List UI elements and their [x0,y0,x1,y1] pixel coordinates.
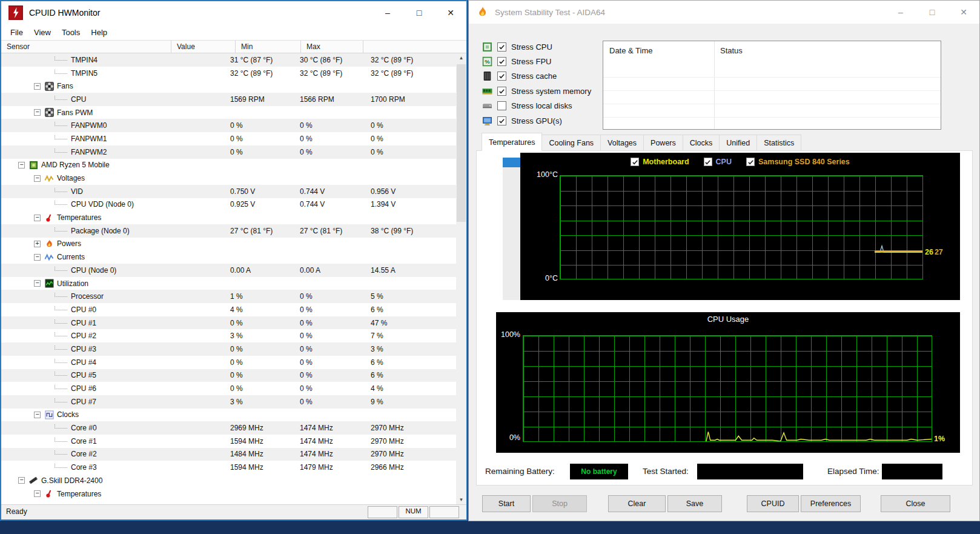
expand-toggle[interactable]: − [18,477,25,484]
menu-file[interactable]: File [5,25,28,39]
expand-toggle[interactable]: − [34,175,41,182]
tree-leaf-row[interactable]: CPU #73 %0 %9 % [1,395,456,409]
checkbox-unchecked[interactable] [497,101,506,110]
tree-leaf-row[interactable]: FANPWM00 %0 %0 % [1,119,456,132]
column-header-max[interactable]: Max [301,41,363,53]
close-icon[interactable]: ✕ [948,7,979,17]
group-label: Utilization [57,279,88,288]
tree-leaf-row[interactable]: Processor1 %0 %5 % [1,290,456,303]
tree-connector [55,358,67,363]
tree-group-row[interactable]: −AMD Ryzen 5 Mobile [1,159,456,172]
tab-cooling-fans[interactable]: Cooling Fans [542,135,601,151]
tree-connector [55,319,67,324]
cpuid-button[interactable]: CPUID [747,495,799,512]
close-button[interactable]: Close [881,495,950,512]
chart-scrollbar[interactable] [503,158,520,300]
column-header-min[interactable]: Min [236,41,301,53]
clear-button[interactable]: Clear [608,495,666,512]
tree-group-row[interactable]: +Powers [1,238,456,251]
tree-leaf-row[interactable]: Core #21484 MHz1474 MHz2970 MHz [1,448,456,461]
expand-toggle[interactable]: − [34,254,41,261]
checkbox-checked[interactable] [497,72,506,81]
legend-item-samsung-ssd-840-series: Samsung SSD 840 Series [746,158,850,166]
hwmonitor-titlebar[interactable]: CPUID HWMonitor – □ ✕ [1,1,466,24]
tab-clocks[interactable]: Clocks [683,135,720,151]
save-button[interactable]: Save [667,495,722,512]
chart-scrollbar-thumb[interactable] [503,158,520,167]
tree-leaf-row[interactable]: TMPIN532 °C (89 °F)32 °C (89 °F)32 °C (8… [1,67,456,80]
tree-leaf-row[interactable]: FANPWM20 %0 %0 % [1,145,456,159]
tree-leaf-row[interactable]: CPU #10 %0 %47 % [1,316,456,330]
minimize-icon[interactable]: – [372,8,403,18]
maximize-icon[interactable]: □ [916,7,948,17]
tree-leaf-row[interactable]: CPU #60 %0 %4 % [1,382,456,395]
tree-group-row[interactable]: −Clocks [1,409,456,422]
scroll-up-icon[interactable]: ▲ [456,53,466,63]
menu-view[interactable]: View [28,25,56,39]
expand-toggle[interactable]: − [34,280,41,287]
tree-leaf-row[interactable]: FANPWM10 %0 %0 % [1,132,456,145]
expand-toggle[interactable]: − [34,490,41,497]
sensor-label: CPU [71,95,86,104]
start-button[interactable]: Start [482,495,531,512]
tree-leaf-row[interactable]: CPU #50 %0 %6 % [1,369,456,382]
checkbox-checked[interactable] [497,116,506,125]
tree-group-row[interactable]: −Fans [1,79,456,93]
tab-temperatures[interactable]: Temperatures [482,133,542,151]
menu-tools[interactable]: Tools [56,25,85,39]
tree-leaf-row[interactable]: VID0.750 V0.744 V0.956 V [1,185,456,198]
expand-toggle[interactable]: − [34,412,41,418]
column-header-value[interactable]: Value [171,41,236,53]
tab-voltages[interactable]: Voltages [601,135,644,151]
tree-leaf-row[interactable]: Core #31594 MHz1479 MHz2966 MHz [1,461,456,474]
tree-leaf-row[interactable]: Package (Node 0)27 °C (81 °F)27 °C (81 °… [1,224,456,238]
tab-statistics[interactable]: Statistics [757,135,801,151]
close-icon[interactable]: ✕ [435,8,466,18]
tab-powers[interactable]: Powers [644,135,683,151]
tree-leaf-row[interactable]: Core #11594 MHz1474 MHz2970 MHz [1,435,456,448]
tree-leaf-row[interactable]: CPU #30 %0 %3 % [1,342,456,356]
tree-group-row[interactable]: −G.Skill DDR4-2400 [1,474,456,487]
tree-leaf-row[interactable]: TMPIN431 °C (87 °F)30 °C (86 °F)32 °C (8… [1,53,456,67]
scrollbar-thumb[interactable] [457,64,466,222]
tree-group-row[interactable]: −Fans PWM [1,106,456,119]
checkbox-checked[interactable] [497,57,506,66]
expand-toggle[interactable]: − [34,215,41,221]
value-cell: 1594 MHz [225,437,294,446]
checkbox-checked[interactable] [704,158,712,166]
group-label: Currents [57,253,85,261]
checkbox-checked[interactable] [746,158,755,166]
column-header-sensor[interactable]: Sensor [1,41,171,53]
menu-help[interactable]: Help [85,25,113,39]
tree-leaf-row[interactable]: CPU (Node 0)0.00 A0.00 A14.55 A [1,264,456,277]
maximize-icon[interactable]: □ [403,8,435,18]
aida64-titlebar[interactable]: System Stability Test - AIDA64 – □ ✕ [469,1,979,24]
tree-leaf-row[interactable]: Core #02969 MHz1474 MHz2970 MHz [1,421,456,435]
vertical-scrollbar[interactable]: ▲ ▼ [456,53,466,505]
tree-group-row[interactable]: −Voltages [1,172,456,185]
checkbox-checked[interactable] [631,158,639,166]
tree-group-row[interactable]: −Temperatures [1,211,456,224]
sensor-label: CPU #6 [71,384,96,393]
tree-group-row[interactable]: −Currents [1,250,456,264]
minimize-icon[interactable]: – [885,7,916,17]
group-label: AMD Ryzen 5 Mobile [41,161,110,169]
tree-leaf-row[interactable]: CPU VDD (Node 0)0.925 V0.744 V1.394 V [1,198,456,212]
preferences-button[interactable]: Preferences [801,495,861,512]
tree-leaf-row[interactable]: CPU #23 %0 %7 % [1,329,456,342]
expand-toggle[interactable]: − [34,109,41,116]
test-log-list[interactable]: Date & Time Status [603,41,941,130]
expand-toggle[interactable]: + [34,241,41,247]
tab-unified[interactable]: Unified [720,135,757,151]
scroll-down-icon[interactable]: ▼ [456,495,466,505]
expand-toggle[interactable]: − [18,162,25,169]
tree-leaf-row[interactable]: CPU #04 %0 %6 % [1,303,456,316]
tree-group-row[interactable]: −Temperatures [1,487,456,501]
chart-traces [560,176,922,279]
tree-leaf-row[interactable]: CPU1569 RPM1566 RPM1700 RPM [1,93,456,106]
checkbox-checked[interactable] [497,87,506,96]
checkbox-checked[interactable] [497,42,506,52]
expand-toggle[interactable]: − [34,83,41,90]
tree-leaf-row[interactable]: CPU #40 %0 %6 % [1,356,456,369]
tree-group-row[interactable]: −Utilization [1,277,456,290]
